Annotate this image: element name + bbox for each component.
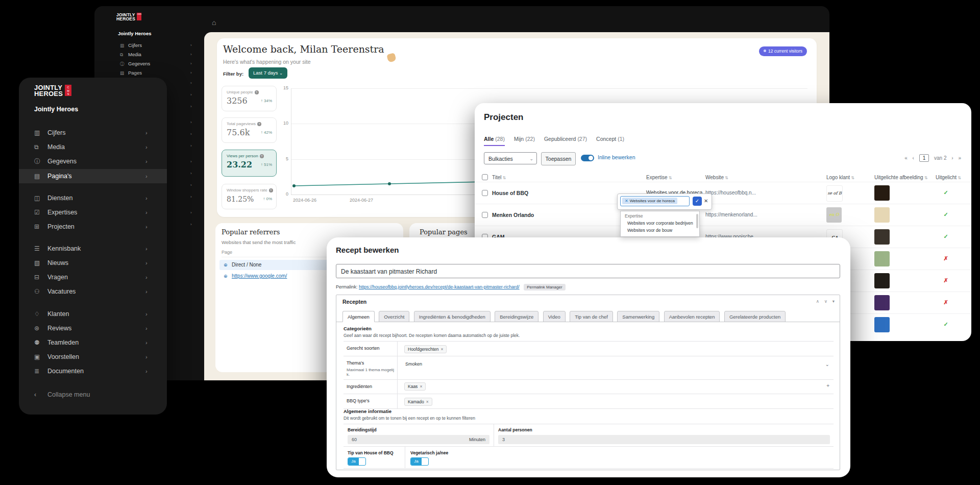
tab-samenwerking[interactable]: Samenwerking (617, 311, 659, 322)
tab-gerelateerde-producten[interactable]: Gerelateerde producten (724, 311, 786, 322)
field-label: Aantal personen (498, 427, 532, 432)
remove-icon[interactable]: × (441, 347, 444, 352)
sidebar-item-paginas[interactable]: ▤Pagina's› (19, 169, 167, 183)
recipe-name-input[interactable]: De kaastaart van pitmaster Richard (336, 264, 840, 278)
project-title[interactable]: Menken Orlando (492, 212, 534, 218)
dropdown-option[interactable]: Websites voor de bouw (627, 228, 672, 233)
referrer-link[interactable]: https://www.google.com/ (232, 271, 287, 281)
featured-image-thumb (874, 251, 890, 266)
tab-mijn[interactable]: Mijn(22) (514, 136, 535, 146)
inline-edit-toggle[interactable] (581, 155, 594, 161)
chevron-right-icon: › (145, 126, 148, 139)
sidebar-item-vacatures[interactable]: ⚇Vacatures› (19, 285, 167, 298)
tab-algemeen[interactable]: Algemeen (342, 311, 375, 322)
sidebar-item-klanten[interactable]: ♢Klanten› (19, 307, 167, 321)
sidebar-item-reviews[interactable]: ⊛Reviews› (19, 322, 167, 335)
tab-ingredienten[interactable]: Ingrediënten & benodigdheden (414, 311, 491, 322)
chevron-right-icon: › (190, 69, 192, 77)
column-header-uitgelicht[interactable]: Uitgelicht⇅ (936, 175, 961, 180)
home-icon[interactable]: ⌂ (212, 18, 216, 27)
remove-icon[interactable]: × (426, 399, 429, 404)
taxonomy-chip[interactable]: Kamado× (404, 398, 432, 406)
collapse-panel-icon[interactable]: ▾ (832, 299, 835, 304)
sidebar-item-voorstellen[interactable]: ▣Voorstellen› (19, 350, 167, 363)
recipe-edit-window: Recept bewerken De kaastaart van pitmast… (327, 237, 850, 477)
project-title[interactable]: House of BBQ (492, 190, 528, 196)
expertise-chip[interactable]: ✕Websites voor de horeca (622, 198, 677, 204)
remove-icon[interactable]: × (420, 384, 422, 389)
prev-page-button[interactable]: ‹ (913, 155, 914, 161)
sidebar-item-vragen[interactable]: ⊟Vragen› (19, 271, 167, 284)
first-page-button[interactable]: « (904, 155, 908, 161)
sidebar-item-gegevens[interactable]: ⓘGegevens› (19, 155, 167, 168)
column-header-titel[interactable]: Titel⇅ (492, 175, 506, 180)
sidebar-item-media[interactable]: ⧉Media› (19, 140, 167, 154)
tab-overzicht[interactable]: Overzicht (379, 311, 409, 322)
sidebar-item-teamleden[interactable]: ⚉Teamleden› (19, 336, 167, 349)
move-up-icon[interactable]: ∧ (816, 299, 819, 304)
newspaper-icon: ▧ (34, 256, 42, 270)
current-page-input[interactable]: 1 (919, 154, 929, 162)
expertise-tag-input[interactable]: ✕Websites voor de horeca (620, 196, 690, 206)
tab-alle[interactable]: Alle(28) (484, 136, 505, 146)
vegetarian-toggle[interactable]: Ja (410, 457, 429, 466)
column-header-website[interactable]: Website⇅ (705, 175, 728, 180)
sidebar-item-projecten[interactable]: ⊞Projecten› (19, 220, 167, 233)
sort-icon: ⇅ (669, 176, 672, 180)
confirm-button[interactable]: ✓ (693, 197, 702, 206)
chart-icon: ▥ (34, 126, 42, 139)
chevron-right-icon: › (145, 336, 148, 349)
collapse-menu-button[interactable]: ‹Collapse menu (19, 388, 167, 401)
select-all-checkbox[interactable] (482, 174, 488, 180)
tip-toggle[interactable]: Ja (348, 457, 366, 466)
move-down-icon[interactable]: ∨ (824, 299, 827, 304)
last-page-button[interactable]: » (958, 155, 961, 161)
mini-sidebar-item-gegevens[interactable]: ⓘ Gegevens › (94, 60, 204, 68)
project-website[interactable]: https://menkenorland... (705, 212, 757, 217)
next-page-button[interactable]: › (951, 155, 953, 161)
tab-aanbevolen-recepten[interactable]: Aanbevolen recepten (664, 311, 720, 322)
sidebar-item-expertises[interactable]: ☑Expertises› (19, 206, 167, 219)
tab-tip-van-de-chef[interactable]: Tip van de chef (570, 311, 613, 322)
mini-sidebar-item-media[interactable]: ⧉ Media › (94, 51, 204, 59)
permalink-link[interactable]: https://houseofbbq.jointlyheroes.dev/rec… (359, 284, 520, 289)
close-icon[interactable]: ✕ (704, 198, 708, 204)
field-label: Ingrediënten (344, 380, 398, 394)
chevron-right-icon: › (190, 120, 192, 125)
apply-button[interactable]: Toepassen (541, 152, 576, 165)
remove-icon[interactable]: ✕ (625, 199, 628, 203)
mini-sidebar-item-pages[interactable]: ▤ Pages › (94, 69, 204, 77)
sidebar-item-cijfers[interactable]: ▥Cijfers› (19, 126, 167, 139)
row-checkbox[interactable] (482, 190, 488, 196)
tab-video[interactable]: Video (543, 311, 566, 322)
mini-sidebar-item-cijfers[interactable]: ▥ Cijfers › (94, 41, 204, 50)
bulk-actions-select[interactable]: Bulkacties⌄ (484, 152, 537, 164)
column-header-uitgelichte-afbeelding[interactable]: Uitgelichte afbeelding⇅ (874, 175, 927, 180)
tab-bereidingswijze[interactable]: Bereidingswijze (495, 311, 538, 322)
main-sidebar: JOINTLYHEROES CMS Jointly Heroes ▥Cijfer… (19, 78, 167, 415)
taxonomy-chip[interactable]: Kaas× (404, 382, 426, 391)
sidebar-item-documenten[interactable]: ≣Documenten› (19, 365, 167, 378)
table-row[interactable]: Menken Orlando https://menkenorland... e… (475, 204, 971, 226)
prep-time-input[interactable]: 60 Minuten (348, 435, 489, 444)
chevron-down-icon[interactable]: ⌄ (825, 361, 829, 367)
sidebar-item-diensten[interactable]: ◫Diensten› (19, 191, 167, 205)
sidebar-item-nieuws[interactable]: ▧Nieuws› (19, 256, 167, 270)
add-icon[interactable]: + (826, 383, 829, 389)
persons-cell: Aantal personen 3 (494, 424, 834, 446)
table-row[interactable]: House of BBQ Websites voor de horeca htt… (475, 182, 971, 204)
sidebar-item-kennisbank[interactable]: ☰Kennisbank› (19, 242, 167, 255)
theme-select-value[interactable]: Smoken (405, 361, 422, 367)
tab-gepubliceerd[interactable]: Gepubliceerd(27) (544, 136, 587, 146)
project-website[interactable]: https://houseofbbq.n... (705, 190, 756, 196)
column-header-expertise[interactable]: Expertise⇅ (646, 175, 672, 180)
persons-input[interactable]: 3 (498, 435, 830, 444)
taxonomy-chip[interactable]: Hoofdgerechten× (404, 345, 447, 353)
permalink-manager-button[interactable]: Permalink Manager (524, 284, 565, 290)
column-header-logo-klant[interactable]: Logo klant⇅ (826, 175, 854, 180)
tab-concept[interactable]: Concept(1) (596, 136, 624, 146)
dropdown-option[interactable]: Websites voor corporate bedrijven (627, 221, 693, 226)
scrollbar[interactable] (696, 214, 698, 228)
row-checkbox[interactable] (482, 212, 488, 218)
sort-icon: ⇅ (958, 176, 961, 180)
